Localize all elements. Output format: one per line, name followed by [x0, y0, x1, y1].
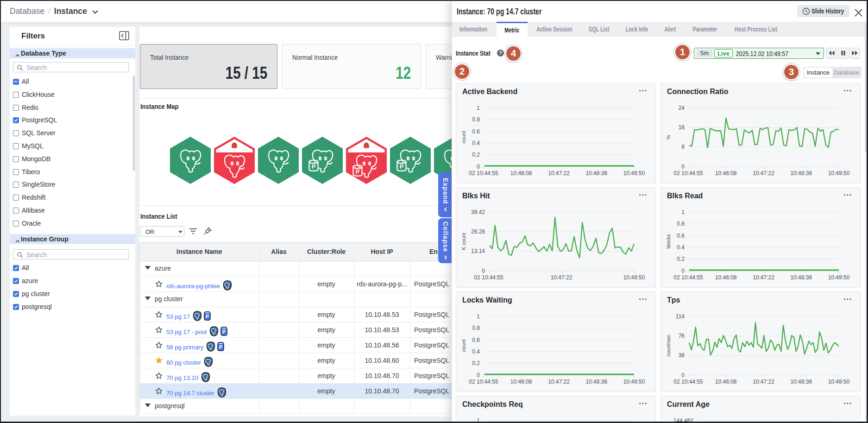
svg-text:1: 1: [477, 105, 480, 111]
svg-text:blocks: blocks: [666, 234, 671, 249]
svg-text:%: %: [666, 135, 671, 139]
svg-text:0.2: 0.2: [472, 360, 480, 366]
svg-text:39.42: 39.42: [471, 209, 485, 215]
svg-text:10:47:22: 10:47:22: [753, 170, 774, 177]
svg-text:10:48:36: 10:48:36: [790, 170, 812, 177]
svg-text:10:48:36: 10:48:36: [790, 379, 812, 385]
svg-text:10:49:50: 10:49:50: [623, 379, 645, 385]
svg-text:P: P: [219, 344, 222, 350]
svg-text:0: 0: [477, 164, 480, 170]
svg-text:02 10:44:55: 02 10:44:55: [673, 379, 703, 385]
svg-text:1: 1: [477, 313, 480, 320]
svg-text:76: 76: [679, 333, 685, 339]
svg-text:0: 0: [477, 372, 480, 379]
svg-text:10:49:50: 10:49:50: [828, 170, 850, 177]
svg-text:10:48:36: 10:48:36: [585, 379, 607, 385]
svg-text:1: 1: [681, 209, 685, 215]
svg-text:10:46:08: 10:46:08: [715, 170, 737, 177]
svg-text:0: 0: [681, 164, 685, 170]
svg-text:10:46:08: 10:46:08: [715, 274, 737, 281]
svg-text:26.28: 26.28: [471, 228, 485, 235]
svg-text:10:47:22: 10:47:22: [753, 379, 774, 385]
svg-text:02 10:44:55: 02 10:44:55: [474, 274, 503, 281]
svg-text:02 10:44:55: 02 10:44:55: [673, 274, 703, 281]
svg-text:10:47:22: 10:47:22: [548, 170, 570, 177]
svg-text:10:46:08: 10:46:08: [510, 170, 532, 177]
svg-text:0.6: 0.6: [472, 128, 480, 135]
svg-text:16: 16: [679, 124, 685, 131]
svg-text:0: 0: [681, 268, 685, 274]
svg-text:0.4: 0.4: [472, 348, 480, 355]
svg-text:10:48:36: 10:48:36: [585, 170, 607, 177]
svg-text:0.8: 0.8: [677, 221, 685, 227]
svg-text:10:49:50: 10:49:50: [623, 170, 645, 177]
svg-text:24: 24: [679, 105, 685, 111]
svg-text:P: P: [222, 329, 226, 335]
svg-text:P: P: [206, 314, 209, 319]
svg-text:02 10:44:55: 02 10:44:55: [469, 170, 498, 177]
svg-text:8: 8: [681, 144, 685, 150]
svg-text:0.6: 0.6: [472, 337, 480, 343]
svg-text:0.8: 0.8: [472, 325, 480, 331]
svg-text:0.8: 0.8: [472, 116, 480, 123]
svg-text:P: P: [312, 163, 316, 170]
svg-text:10:46:08: 10:46:08: [715, 379, 737, 385]
svg-text:10:47:22: 10:47:22: [551, 274, 572, 281]
svg-text:0.4: 0.4: [472, 140, 480, 146]
svg-text:0: 0: [681, 372, 685, 379]
svg-text:P: P: [400, 163, 404, 170]
svg-text:10:47:22: 10:47:22: [548, 379, 570, 385]
svg-text:0.4: 0.4: [677, 244, 685, 251]
svg-text:10:47:22: 10:47:22: [753, 274, 774, 281]
svg-text:02 10:44:55: 02 10:44:55: [673, 170, 703, 177]
svg-text:count: count: [461, 340, 466, 352]
svg-text:114: 114: [676, 313, 685, 320]
svg-text:10:49:50: 10:49:50: [828, 274, 850, 281]
svg-text:P: P: [356, 168, 360, 175]
svg-text:0.2: 0.2: [472, 152, 480, 158]
svg-text:0: 0: [482, 268, 485, 274]
svg-text:13.14: 13.14: [471, 248, 485, 254]
svg-text:K count: K count: [461, 233, 466, 250]
svg-text:count: count: [461, 131, 466, 144]
svg-text:10:48:36: 10:48:36: [790, 274, 812, 281]
svg-text:0.6: 0.6: [677, 233, 685, 239]
svg-text:10:46:08: 10:46:08: [510, 379, 532, 385]
svg-text:02 10:44:55: 02 10:44:55: [469, 379, 498, 385]
svg-text:10:49:50: 10:49:50: [828, 379, 850, 385]
svg-text:count/sec: count/sec: [666, 335, 671, 357]
svg-text:0.2: 0.2: [677, 256, 685, 262]
svg-text:38: 38: [679, 352, 685, 359]
svg-text:10:49:50: 10:49:50: [623, 274, 645, 281]
